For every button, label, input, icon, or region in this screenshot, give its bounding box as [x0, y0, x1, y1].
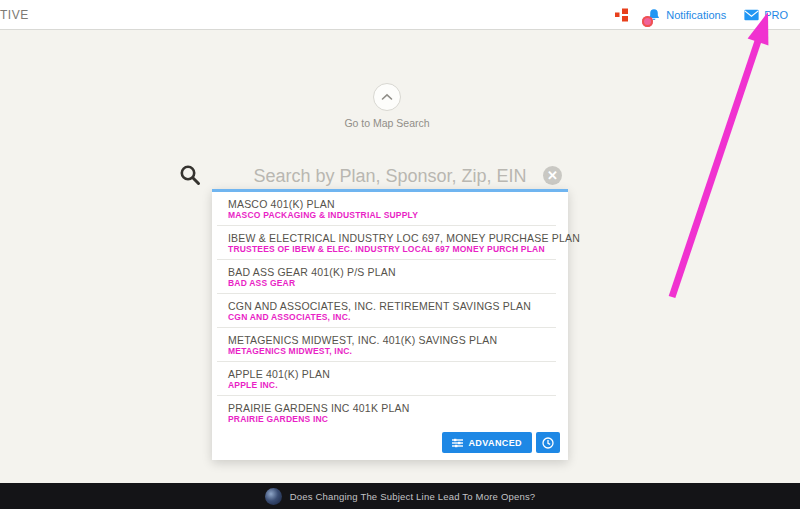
map-search: Go to Map Search [327, 83, 447, 129]
plan-sponsor: MASCO PACKAGING & INDUSTRIAL SUPPLY [228, 210, 556, 220]
go-to-map-button[interactable] [373, 83, 401, 111]
plan-title: MASCO 401(K) PLAN [228, 198, 556, 210]
apps-grid-icon[interactable] [615, 8, 629, 22]
advanced-search-button[interactable]: ADVANCED [442, 432, 532, 453]
search-input[interactable] [212, 161, 568, 191]
envelope-icon [744, 9, 759, 21]
footer-bar: Does Changing The Subject Line Lead To M… [0, 483, 800, 509]
globe-icon[interactable] [265, 488, 282, 505]
plan-sponsor: METAGENICS MIDWEST, INC. [228, 346, 556, 356]
result-divider [217, 327, 556, 328]
sliders-icon [452, 438, 463, 448]
plan-sponsor: BAD ASS GEAR [228, 278, 556, 288]
plan-title: APPLE 401(K) PLAN [228, 368, 556, 380]
notifications-label: Notifications [666, 9, 726, 21]
search-icon[interactable] [178, 163, 202, 187]
notifications-link[interactable]: Notifications [647, 8, 726, 22]
plan-sponsor: APPLE INC. [228, 380, 556, 390]
top-bar: TIVE Notifications [0, 0, 800, 30]
search-result-item[interactable]: BAD ASS GEAR 401(K) P/S PLAN BAD ASS GEA… [212, 262, 568, 291]
search-result-item[interactable]: METAGENICS MIDWEST, INC. 401(K) SAVINGS … [212, 330, 568, 359]
topbar-right: Notifications PRO [615, 8, 800, 22]
go-to-map-label: Go to Map Search [327, 117, 447, 129]
plan-sponsor: PRAIRIE GARDENS INC [228, 414, 556, 424]
clear-search-icon[interactable]: ✕ [543, 166, 562, 185]
result-divider [217, 395, 556, 396]
app-window: TIVE Notifications [0, 0, 800, 509]
search-result-item[interactable]: MASCO 401(K) PLAN MASCO PACKAGING & INDU… [212, 194, 568, 223]
search-results-panel: MASCO 401(K) PLAN MASCO PACKAGING & INDU… [212, 189, 568, 460]
plan-title: CGN AND ASSOCIATES, INC. RETIREMENT SAVI… [228, 300, 556, 312]
plan-sponsor: TRUSTEES OF IBEW & ELEC. INDUSTRY LOCAL … [228, 244, 556, 254]
app-logo: TIVE [0, 8, 29, 22]
pro-link[interactable]: PRO [744, 9, 788, 21]
plan-sponsor: CGN AND ASSOCIATES, INC. [228, 312, 556, 322]
results-list: MASCO 401(K) PLAN MASCO PACKAGING & INDU… [212, 192, 568, 427]
chevron-up-icon [381, 93, 393, 101]
result-divider [217, 361, 556, 362]
main-area: Go to Map Search ✕ MASCO 401(K) PLAN MAS… [0, 31, 800, 483]
notification-badge [642, 16, 653, 27]
footer-ticker-text[interactable]: Does Changing The Subject Line Lead To M… [290, 491, 536, 502]
search-history-button[interactable] [536, 432, 560, 453]
plan-title: IBEW & ELECTRICAL INDUSTRY LOC 697, MONE… [228, 232, 556, 244]
search-bar: ✕ [212, 161, 568, 191]
clock-icon [542, 437, 554, 449]
search-result-item[interactable]: CGN AND ASSOCIATES, INC. RETIREMENT SAVI… [212, 296, 568, 325]
plan-title: BAD ASS GEAR 401(K) P/S PLAN [228, 266, 556, 278]
bell-icon [647, 8, 661, 22]
result-divider [217, 259, 556, 260]
pro-label: PRO [764, 9, 788, 21]
panel-actions: ADVANCED [212, 427, 568, 460]
search-result-item[interactable]: APPLE 401(K) PLAN APPLE INC. [212, 364, 568, 393]
plan-title: PRAIRIE GARDENS INC 401K PLAN [228, 402, 556, 414]
advanced-label: ADVANCED [468, 438, 522, 448]
plan-title: METAGENICS MIDWEST, INC. 401(K) SAVINGS … [228, 334, 556, 346]
result-divider [217, 293, 556, 294]
search-result-item[interactable]: IBEW & ELECTRICAL INDUSTRY LOC 697, MONE… [212, 228, 568, 257]
result-divider [217, 225, 556, 226]
search-result-item[interactable]: PRAIRIE GARDENS INC 401K PLAN PRAIRIE GA… [212, 398, 568, 427]
